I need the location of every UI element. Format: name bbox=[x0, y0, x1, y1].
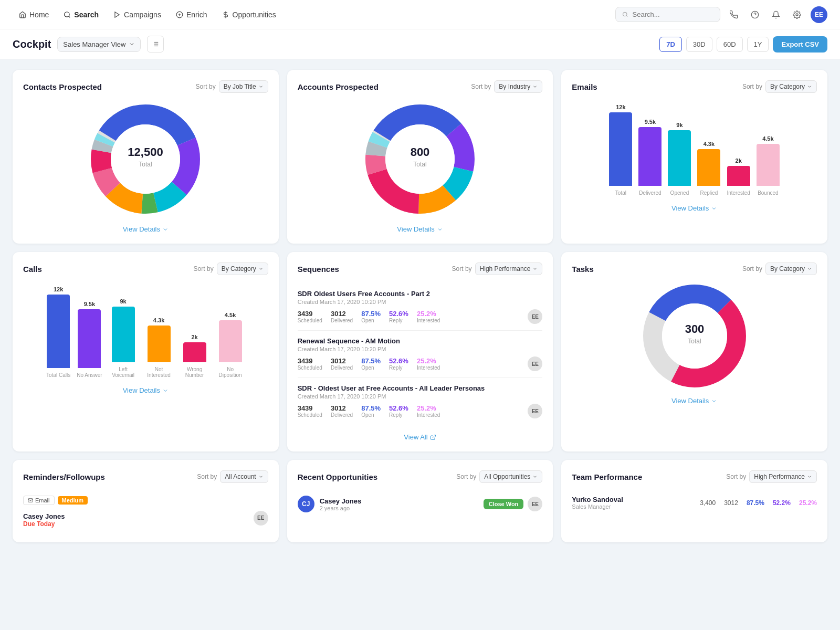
help-icon[interactable] bbox=[748, 7, 762, 22]
reminders-sort-select[interactable]: All Account bbox=[220, 470, 268, 483]
sequences-sort-value: High Performance bbox=[480, 265, 531, 272]
sequences-sort-select[interactable]: High Performance bbox=[475, 262, 543, 275]
calls-view-details-link[interactable]: View Details bbox=[123, 386, 169, 394]
bar-label: Wrong Number bbox=[180, 366, 209, 378]
stat-open: 87.5% Open bbox=[361, 310, 381, 323]
svg-line-1 bbox=[69, 16, 70, 17]
search-input[interactable] bbox=[633, 10, 713, 18]
export-csv-button[interactable]: Export CSV bbox=[773, 36, 827, 52]
phone-icon[interactable] bbox=[727, 7, 741, 22]
svg-point-25 bbox=[111, 124, 180, 194]
calls-card-header: Calls Sort by By Category bbox=[23, 262, 268, 275]
bar-group: 9.5kNo Answer bbox=[77, 301, 102, 378]
reminder-contact-name: Casey Jones bbox=[23, 512, 65, 520]
bar-group: 4.3kNot Interested bbox=[144, 317, 174, 378]
tasks-title: Tasks bbox=[572, 265, 593, 274]
chevron-down-icon bbox=[532, 266, 538, 271]
calls-sort-select[interactable]: By Category bbox=[217, 262, 268, 275]
view-selector[interactable]: Sales Manager View bbox=[57, 37, 141, 52]
page-header-left: Cockpit Sales Manager View bbox=[13, 36, 164, 52]
emails-view-details-link[interactable]: View Details bbox=[671, 204, 717, 212]
opportunities-sort-select[interactable]: All Opportunities bbox=[479, 470, 542, 483]
svg-text:300: 300 bbox=[685, 322, 704, 335]
emails-sort-select[interactable]: By Category bbox=[765, 80, 817, 93]
svg-text:12,500: 12,500 bbox=[128, 145, 163, 159]
bar-element bbox=[638, 127, 662, 186]
bar-element bbox=[148, 326, 171, 362]
view-all-link[interactable]: View All bbox=[404, 433, 436, 441]
sequences-card: Sequences Sort by High Performance SDR O… bbox=[287, 252, 553, 452]
contacts-view-details-link[interactable]: View Details bbox=[123, 225, 169, 233]
team-title: Team Performance bbox=[572, 472, 642, 481]
period-7d[interactable]: 7D bbox=[659, 37, 682, 52]
period-30d[interactable]: 30D bbox=[686, 37, 712, 52]
bar-label: Bounced bbox=[758, 190, 778, 196]
bar-group: 9kLeft Voicemail bbox=[109, 298, 138, 378]
contacts-donut-chart: 12,500 Total bbox=[88, 101, 203, 217]
settings-icon[interactable] bbox=[790, 7, 804, 22]
contacts-donut: 12,500 Total bbox=[23, 101, 268, 217]
nav-campaigns[interactable]: Campaigns bbox=[107, 6, 167, 23]
contacts-sort-select[interactable]: By Job Title bbox=[219, 80, 268, 93]
accounts-view-details-link[interactable]: View Details bbox=[397, 225, 443, 233]
svg-line-40 bbox=[433, 435, 436, 438]
emails-sort: Sort by By Category bbox=[742, 80, 817, 93]
sequence-name: SDR - Oldest User at Free Accounts - All… bbox=[298, 384, 543, 392]
bell-icon[interactable] bbox=[769, 7, 783, 22]
contacts-sort: Sort by By Job Title bbox=[196, 80, 268, 93]
bar-element bbox=[727, 166, 750, 186]
contacts-title: Contacts Prospected bbox=[23, 82, 102, 91]
bar-label: Total Calls bbox=[46, 372, 70, 378]
accounts-card-header: Accounts Prospected Sort by By Industry bbox=[298, 80, 543, 93]
global-search[interactable] bbox=[615, 7, 720, 22]
svg-point-37 bbox=[385, 124, 455, 194]
accounts-sort-select[interactable]: By Industry bbox=[494, 80, 542, 93]
sequence-stats: 3439 Scheduled 3012 Delivered 87.5% Open… bbox=[298, 309, 543, 324]
user-avatar[interactable]: EE bbox=[811, 6, 827, 23]
bar-element bbox=[47, 295, 70, 368]
bar-label: Opened bbox=[670, 190, 689, 196]
reminders-card: Reminders/Followups Sort by All Account … bbox=[13, 460, 279, 542]
emails-card-header: Emails Sort by By Category bbox=[572, 80, 817, 93]
nav-enrich[interactable]: Enrich bbox=[170, 6, 214, 23]
accounts-sort-value: By Industry bbox=[499, 83, 530, 90]
bar-label: No Answer bbox=[77, 372, 102, 378]
team-sort-value: High Performance bbox=[754, 473, 805, 480]
sequence-avatar: EE bbox=[528, 356, 542, 371]
filter-icon[interactable] bbox=[147, 36, 164, 52]
team-sort-select[interactable]: High Performance bbox=[749, 470, 817, 483]
opp-avatar: CJ bbox=[298, 496, 314, 512]
nav-home[interactable]: Home bbox=[13, 6, 55, 23]
emails-title: Emails bbox=[572, 82, 597, 91]
stat-reply: 52.6% Reply bbox=[389, 404, 408, 418]
view-selector-label: Sales Manager View bbox=[63, 40, 125, 48]
opp-user-avatar: EE bbox=[528, 497, 542, 511]
svg-point-8 bbox=[796, 14, 798, 16]
accounts-title: Accounts Prospected bbox=[298, 82, 379, 91]
bar-value: 2k bbox=[736, 158, 742, 164]
bar-value: 9.5k bbox=[84, 301, 95, 307]
svg-rect-47 bbox=[28, 499, 33, 502]
opportunities-sort: Sort by All Opportunities bbox=[456, 470, 542, 483]
calls-sort-value: By Category bbox=[222, 265, 256, 272]
bar-group: 2kWrong Number bbox=[180, 334, 209, 378]
bar-label: Left Voicemail bbox=[109, 366, 138, 378]
nav-opportunities[interactable]: Opportunities bbox=[216, 6, 282, 23]
bar-label: Total bbox=[615, 190, 626, 196]
member-info: Yurko Sandoval Sales Manager bbox=[572, 496, 623, 510]
nav-search[interactable]: Search bbox=[57, 6, 105, 23]
chevron-down-icon bbox=[258, 266, 264, 271]
tasks-card: Tasks Sort by By Category 3 bbox=[561, 252, 827, 452]
period-1y[interactable]: 1Y bbox=[747, 37, 769, 52]
member-name: Yurko Sandoval bbox=[572, 496, 623, 503]
reminder-avatar: EE bbox=[254, 511, 268, 526]
chevron-down-icon bbox=[129, 41, 135, 47]
tasks-view-details-link[interactable]: View Details bbox=[671, 397, 717, 405]
tasks-sort-select[interactable]: By Category bbox=[765, 262, 817, 275]
period-60d[interactable]: 60D bbox=[717, 37, 743, 52]
bar-group: 12kTotal bbox=[609, 104, 632, 196]
sequence-avatar: EE bbox=[528, 309, 542, 324]
bar-element bbox=[112, 307, 135, 362]
team-member-item: Yurko Sandoval Sales Manager 3,400 3012 … bbox=[572, 491, 817, 514]
opp-time: 2 years ago bbox=[320, 505, 478, 511]
